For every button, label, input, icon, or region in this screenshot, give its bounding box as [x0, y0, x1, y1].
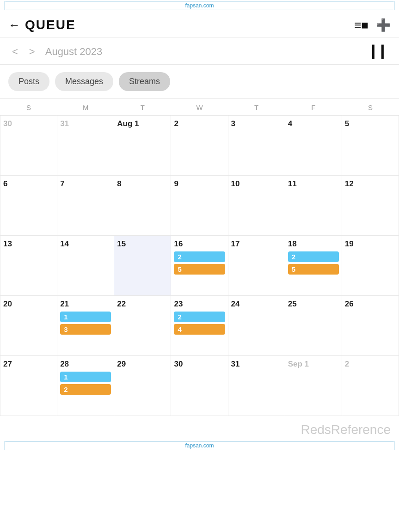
- day-number: 30: [3, 119, 54, 128]
- day-number: 10: [231, 179, 282, 189]
- day-number: 29: [117, 360, 168, 369]
- calendar-day-cell[interactable]: 1625: [171, 236, 228, 296]
- col-header-mon: M: [57, 99, 114, 116]
- day-number: 24: [231, 300, 282, 309]
- tab-messages[interactable]: Messages: [55, 72, 113, 91]
- day-number: 5: [345, 119, 396, 128]
- calendar-day-cell[interactable]: 1825: [285, 236, 342, 296]
- day-number: 14: [60, 239, 111, 249]
- calendar-day-cell[interactable]: Sep 1: [285, 356, 342, 416]
- tab-posts[interactable]: Posts: [8, 72, 49, 91]
- tabs-row: Posts Messages Streams: [0, 65, 399, 99]
- day-number: 22: [117, 300, 168, 309]
- calendar-day-cell[interactable]: 12: [342, 176, 399, 236]
- day-number: 31: [60, 119, 111, 128]
- header-right: ≡■ ➕: [354, 18, 391, 32]
- day-number: 20: [3, 300, 54, 309]
- calendar-day-cell[interactable]: 6: [0, 176, 57, 236]
- calendar-day-cell[interactable]: 30: [0, 116, 57, 176]
- day-number: 2: [345, 360, 396, 369]
- calendar-day-cell[interactable]: 20: [0, 296, 57, 356]
- day-number: 19: [345, 239, 396, 249]
- day-number: 11: [288, 179, 339, 189]
- page-title: QUEUE: [25, 18, 76, 32]
- calendar-day-cell[interactable]: 19: [342, 236, 399, 296]
- day-number: 8: [117, 179, 168, 189]
- col-header-sat: S: [342, 99, 399, 116]
- calendar-day-cell[interactable]: 15: [114, 236, 171, 296]
- calendar-day-cell[interactable]: 31: [228, 356, 285, 416]
- day-number: 23: [174, 300, 225, 309]
- calendar-day-cell[interactable]: 13: [0, 236, 57, 296]
- calendar-day-cell[interactable]: 29: [114, 356, 171, 416]
- calendar-day-cell[interactable]: 14: [57, 236, 114, 296]
- day-number: 13: [3, 239, 54, 249]
- calendar-day-cell[interactable]: 31: [57, 116, 114, 176]
- day-number: 12: [345, 179, 396, 189]
- day-number: 31: [231, 360, 282, 369]
- calendar-week-row: 272812293031Sep 12: [0, 356, 399, 416]
- calendar-day-cell[interactable]: 5: [342, 116, 399, 176]
- next-month-button[interactable]: >: [25, 44, 39, 60]
- calendar-day-cell[interactable]: 17: [228, 236, 285, 296]
- calendar-day-cell[interactable]: 2324: [171, 296, 228, 356]
- calendar-day-cell[interactable]: 10: [228, 176, 285, 236]
- col-header-thu: T: [228, 99, 285, 116]
- event-bar[interactable]: 2: [174, 312, 225, 322]
- prev-month-button[interactable]: <: [8, 44, 22, 60]
- list-view-icon[interactable]: ▎▎: [372, 45, 391, 59]
- day-number: 2: [174, 119, 225, 128]
- event-bar[interactable]: 5: [174, 264, 225, 275]
- calendar-week-row: 6789101112: [0, 176, 399, 236]
- tab-streams[interactable]: Streams: [119, 72, 170, 91]
- day-number: 15: [117, 239, 168, 249]
- calendar-day-cell[interactable]: 4: [285, 116, 342, 176]
- calendar-day-cell[interactable]: 2812: [57, 356, 114, 416]
- calendar-week-row: 131415162517182519: [0, 236, 399, 296]
- calendar-day-cell[interactable]: 22: [114, 296, 171, 356]
- calendar-header-row: S M T W T F S: [0, 99, 399, 116]
- calendar-day-cell[interactable]: 11: [285, 176, 342, 236]
- calendar-day-cell[interactable]: 2: [342, 356, 399, 416]
- event-bar[interactable]: 2: [174, 251, 225, 262]
- calendar-day-cell[interactable]: 30: [171, 356, 228, 416]
- day-number: 17: [231, 239, 282, 249]
- col-header-wed: W: [171, 99, 228, 116]
- day-number: 28: [60, 360, 111, 369]
- event-bar[interactable]: 1: [60, 372, 111, 382]
- calendar-table: S M T W T F S 3031Aug 123456789101112131…: [0, 99, 399, 416]
- calendar-week-row: 3031Aug 12345: [0, 116, 399, 176]
- event-bar[interactable]: 4: [174, 324, 225, 335]
- add-icon[interactable]: ➕: [376, 18, 391, 32]
- calendar-day-cell[interactable]: 27: [0, 356, 57, 416]
- app-header: ← QUEUE ≡■ ➕: [0, 11, 399, 37]
- calendar-day-cell[interactable]: 2: [171, 116, 228, 176]
- filter-list-icon[interactable]: ≡■: [354, 18, 368, 32]
- col-header-tue: T: [114, 99, 171, 116]
- event-bar[interactable]: 5: [288, 264, 339, 275]
- fapsan-watermark-bottom: fapsan.com: [5, 441, 394, 450]
- calendar-day-cell[interactable]: 24: [228, 296, 285, 356]
- calendar-day-cell[interactable]: 3: [228, 116, 285, 176]
- month-year-label: August 2023: [45, 46, 103, 58]
- day-number: 25: [288, 300, 339, 309]
- day-number: 16: [174, 239, 225, 249]
- event-bar[interactable]: 2: [60, 384, 111, 395]
- watermark-text: RedsReference: [0, 416, 399, 440]
- calendar-day-cell[interactable]: 8: [114, 176, 171, 236]
- day-number: 30: [174, 360, 225, 369]
- calendar-day-cell[interactable]: 25: [285, 296, 342, 356]
- back-icon[interactable]: ←: [8, 18, 20, 32]
- calendar-day-cell[interactable]: 26: [342, 296, 399, 356]
- day-number: 26: [345, 300, 396, 309]
- day-number: 18: [288, 239, 339, 249]
- calendar-day-cell[interactable]: 7: [57, 176, 114, 236]
- day-number: 6: [3, 179, 54, 189]
- calendar-day-cell[interactable]: 9: [171, 176, 228, 236]
- day-number: Sep 1: [288, 360, 339, 369]
- calendar-day-cell[interactable]: 2113: [57, 296, 114, 356]
- event-bar[interactable]: 1: [60, 312, 111, 322]
- calendar-day-cell[interactable]: Aug 1: [114, 116, 171, 176]
- event-bar[interactable]: 2: [288, 251, 339, 262]
- event-bar[interactable]: 3: [60, 324, 111, 335]
